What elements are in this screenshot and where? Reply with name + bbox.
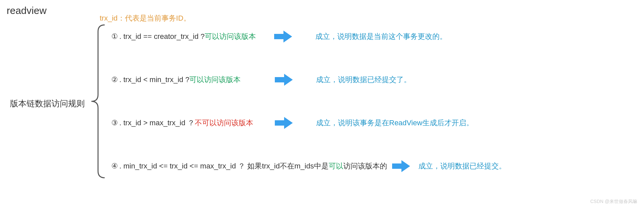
rule-index: ③ xyxy=(111,119,118,127)
watermark-text: CSDN @来世做春风嘛 xyxy=(590,199,637,205)
subtitle-text: trx_id：代表是当前事务ID。 xyxy=(100,13,191,23)
rule-condition: ③ . trx_id > max_trx_id ？ 不可以访问该版本 xyxy=(111,118,271,128)
arrow-icon xyxy=(392,159,410,173)
rule-condition: ① . trx_id == creator_trx_id ? 可以访问该版本 xyxy=(111,32,271,42)
rules-container: ① . trx_id == creator_trx_id ? 可以访问该版本 成… xyxy=(111,27,506,176)
rule-cond-text: . trx_id > max_trx_id ？ xyxy=(119,118,195,128)
rule-cond-text: . trx_id == creator_trx_id ? xyxy=(119,32,205,41)
arrow-icon xyxy=(275,73,293,86)
rule-cond-text: . trx_id < min_trx_id ? xyxy=(119,75,189,84)
rule-result: 可以访问该版本 xyxy=(205,32,256,42)
rule-explanation: 成立，说明该事务是在ReadView生成后才开启。 xyxy=(316,118,474,128)
rule-explanation: 成立，说明数据是当前这个事务更改的。 xyxy=(315,32,447,42)
rule-explanation: 成立，说明数据已经提交。 xyxy=(418,161,506,171)
arrow-icon xyxy=(274,30,292,43)
page-title: readview xyxy=(7,5,47,16)
rule-result: 不可以访问该版本 xyxy=(195,118,253,128)
rule-condition: ④ . min_trx_id <= trx_id <= max_trx_id ？… xyxy=(111,161,387,171)
rule-row: ④ . min_trx_id <= trx_id <= max_trx_id ？… xyxy=(111,156,506,176)
rule-index: ② xyxy=(111,75,118,84)
rule-cond-suffix: 访问该版本的 xyxy=(343,161,387,171)
rule-cond-prefix: . min_trx_id <= trx_id <= max_trx_id ？ 如… xyxy=(119,161,329,171)
rule-condition: ② . trx_id < min_trx_id ? 可以访问该版本 xyxy=(111,75,254,85)
brace-icon xyxy=(88,23,108,179)
rule-row: ② . trx_id < min_trx_id ? 可以访问该版本 成立，说明数… xyxy=(111,70,506,90)
rule-index: ④ xyxy=(111,162,118,170)
rule-index: ① xyxy=(111,32,118,41)
arrow-icon xyxy=(275,116,293,130)
rule-result: 可以访问该版本 xyxy=(189,75,241,85)
rule-explanation: 成立，说明数据已经提交了。 xyxy=(316,75,411,85)
rule-cond-mid: 可以 xyxy=(329,161,343,171)
rules-label: 版本链数据访问规则 xyxy=(10,98,85,109)
rule-row: ③ . trx_id > max_trx_id ？ 不可以访问该版本 成立，说明… xyxy=(111,113,506,133)
rule-row: ① . trx_id == creator_trx_id ? 可以访问该版本 成… xyxy=(111,27,506,47)
